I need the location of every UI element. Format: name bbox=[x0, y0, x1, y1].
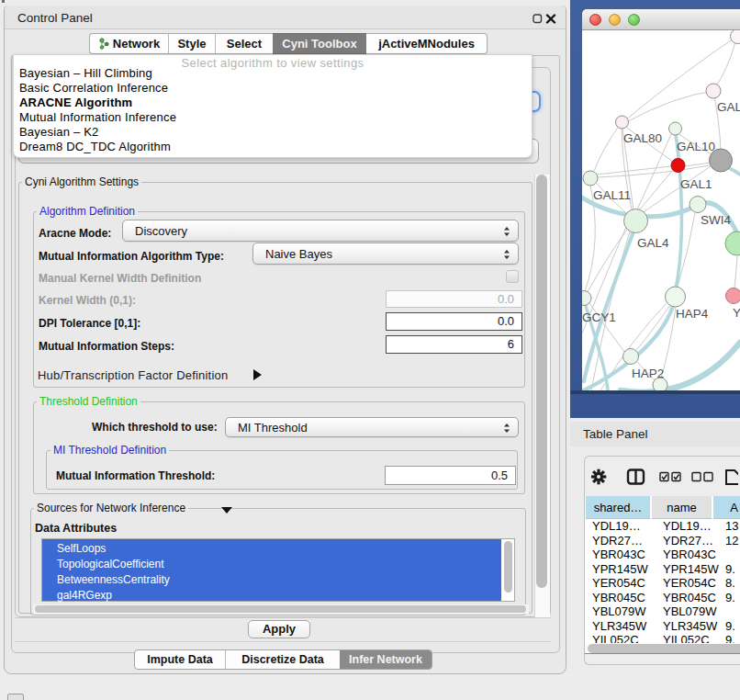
svg-text:GCY1: GCY1 bbox=[582, 310, 616, 324]
svg-text:GAL10: GAL10 bbox=[677, 140, 715, 153]
svg-text:GAL80: GAL80 bbox=[623, 131, 662, 145]
svg-text:SWI4: SWI4 bbox=[701, 213, 731, 227]
svg-text:Y: Y bbox=[733, 306, 740, 320]
svg-text:HAP4: HAP4 bbox=[676, 307, 709, 321]
svg-text:GAL1: GAL1 bbox=[680, 177, 712, 191]
svg-text:HAP2: HAP2 bbox=[632, 367, 664, 380]
svg-text:GAL4: GAL4 bbox=[637, 236, 669, 250]
svg-text:GAL11: GAL11 bbox=[593, 188, 631, 202]
svg-text:GAL2: GAL2 bbox=[717, 100, 740, 114]
